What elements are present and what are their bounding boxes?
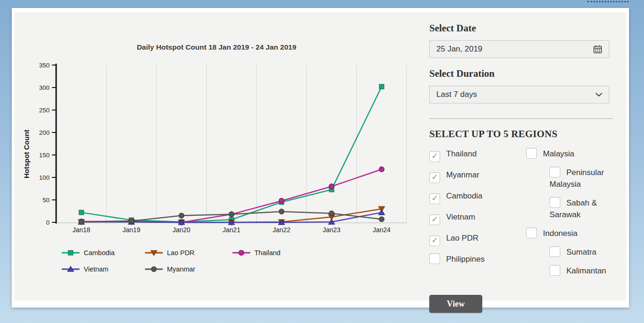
checkbox-lao-pdr-checked[interactable]: ✓ <box>429 235 440 246</box>
region-label: Cambodia <box>446 191 483 200</box>
data-point-myanmar-Jan22 <box>279 209 284 214</box>
legend-marker-thailand <box>239 250 244 256</box>
region-label: Vietnam <box>446 213 475 221</box>
calendar-icon[interactable] <box>593 44 602 54</box>
region-label: Lao PDR <box>446 234 478 242</box>
region-label: Indonesia <box>543 229 578 238</box>
line-chart-canvas: 050100150200250300350Jan18Jan19Jan20Jan2… <box>14 12 426 277</box>
regions-checkbox-group: ✓Thailand✓Myanmar✓Cambodia✓Vietnam✓Lao P… <box>429 148 616 284</box>
data-point-myanmar-Jan21 <box>229 212 234 217</box>
duration-value: Last 7 days <box>436 90 595 99</box>
data-point-vietnam-Jan24 <box>379 210 385 215</box>
y-tick-label: 350 <box>39 62 50 69</box>
regions-column-left: ✓Thailand✓Myanmar✓Cambodia✓Vietnam✓Lao P… <box>429 148 526 284</box>
x-tick-label: Jan21 <box>223 226 240 234</box>
x-tick-label: Jan18 <box>72 226 90 234</box>
y-axis-label: Hotspot Count <box>22 130 30 178</box>
region-label: Kalimantan <box>566 266 606 275</box>
date-value: 25 Jan, 2019 <box>436 44 593 54</box>
region-item-vietnam[interactable]: ✓Vietnam <box>429 211 526 225</box>
checkbox-philippines-unchecked[interactable] <box>429 253 440 264</box>
main-card: 050100150200250300350Jan18Jan19Jan20Jan2… <box>12 8 629 308</box>
legend-label: Thailand <box>254 249 281 257</box>
region-item-lao-pdr[interactable]: ✓Lao PDR <box>429 232 526 246</box>
data-point-cambodia-Jan18 <box>79 210 84 215</box>
legend-label: Vietnam <box>84 265 109 273</box>
x-tick-label: Jan23 <box>323 226 340 234</box>
data-point-myanmar-Jan24 <box>379 217 384 222</box>
x-tick-label: Jan22 <box>273 226 290 234</box>
region-item-sabah-sarawak[interactable]: Sabah & Sarawak <box>550 197 616 220</box>
region-item-sumatra[interactable]: Sumatra <box>550 246 616 258</box>
legend-item-myanmar: Myanmar <box>145 265 195 273</box>
y-tick-label: 200 <box>39 129 50 136</box>
legend-item-thailand: Thailand <box>232 249 281 257</box>
data-point-thailand-Jan22 <box>279 198 284 203</box>
region-item-peninsular-malaysia[interactable]: Peninsular Malaysia <box>550 167 616 190</box>
checkbox-kalimantan-unchecked[interactable] <box>550 265 560 276</box>
legend-marker-cambodia <box>68 250 73 255</box>
region-label: Sumatra <box>566 248 596 257</box>
data-point-cambodia-Jan24 <box>379 84 384 89</box>
y-tick-label: 300 <box>39 84 50 91</box>
y-tick-label: 250 <box>39 107 50 114</box>
top-dotted-divider <box>587 1 629 2</box>
chevron-down-icon <box>595 93 602 97</box>
series-line-cambodia <box>81 87 382 222</box>
sidebar-divider <box>429 118 613 119</box>
checkbox-cambodia-checked[interactable]: ✓ <box>429 193 440 204</box>
hotspot-chart: 050100150200250300350Jan18Jan19Jan20Jan2… <box>14 12 426 277</box>
y-tick-label: 50 <box>43 197 50 204</box>
view-button[interactable]: View <box>429 295 482 313</box>
select-date-heading: Select Date <box>429 22 616 34</box>
filter-sidebar: Select Date 25 Jan, 2019 <box>429 12 616 313</box>
regions-heading: SELECT UP TO 5 REGIONS <box>429 128 616 140</box>
legend-label: Lao PDR <box>167 249 195 257</box>
region-label: Malaysia <box>543 149 574 158</box>
data-point-myanmar-Jan23 <box>329 211 334 216</box>
data-point-thailand-Jan23 <box>329 184 334 189</box>
content-panel: 050100150200250300350Jan18Jan19Jan20Jan2… <box>14 12 626 301</box>
y-tick-label: 0 <box>46 219 50 226</box>
legend-item-vietnam: Vietnam <box>62 265 109 273</box>
region-label: Myanmar <box>446 170 479 179</box>
region-label: Thailand <box>446 149 477 158</box>
region-item-indonesia[interactable]: Indonesia <box>526 228 616 239</box>
y-tick-label: 150 <box>39 152 50 159</box>
legend-item-cambodia: Cambodia <box>62 249 115 257</box>
region-item-malaysia[interactable]: Malaysia <box>526 148 616 160</box>
x-tick-label: Jan19 <box>123 226 140 234</box>
series-cambodia <box>79 84 384 224</box>
legend-label: Myanmar <box>167 265 195 273</box>
region-item-thailand[interactable]: ✓Thailand <box>429 148 526 162</box>
region-label: Philippines <box>446 255 485 264</box>
data-point-myanmar-Jan19 <box>129 219 134 224</box>
y-tick-label: 100 <box>39 174 50 181</box>
checkbox-thailand-checked[interactable]: ✓ <box>429 151 440 162</box>
data-point-thailand-Jan24 <box>379 167 384 172</box>
region-item-kalimantan[interactable]: Kalimantan <box>550 265 616 277</box>
checkbox-malaysia-unchecked[interactable] <box>526 148 537 159</box>
select-duration-heading: Select Duration <box>429 68 616 80</box>
checkbox-peninsular-malaysia-unchecked[interactable] <box>550 167 560 177</box>
date-input[interactable]: 25 Jan, 2019 <box>429 40 609 58</box>
page-background: { "decor": { "dotted_line_color": "#2a4f… <box>0 0 644 323</box>
checkbox-myanmar-checked[interactable]: ✓ <box>429 172 440 183</box>
duration-select[interactable]: Last 7 days <box>429 86 609 103</box>
region-item-cambodia[interactable]: ✓Cambodia <box>429 190 526 204</box>
region-item-myanmar[interactable]: ✓Myanmar <box>429 169 526 183</box>
regions-column-right: MalaysiaPeninsular MalaysiaSabah & Saraw… <box>526 148 616 284</box>
legend-label: Cambodia <box>84 249 115 257</box>
region-item-philippines[interactable]: Philippines <box>429 253 526 265</box>
checkbox-sabah-sarawak-unchecked[interactable] <box>550 197 560 208</box>
legend-item-lao-pdr: Lao PDR <box>145 249 195 257</box>
data-point-myanmar-Jan20 <box>179 213 184 218</box>
data-point-myanmar-Jan18 <box>79 220 84 225</box>
x-tick-label: Jan20 <box>173 226 190 234</box>
checkbox-indonesia-unchecked[interactable] <box>526 228 537 238</box>
legend-marker-myanmar <box>152 267 157 272</box>
checkbox-sumatra-unchecked[interactable] <box>550 246 560 257</box>
checkbox-vietnam-checked[interactable]: ✓ <box>429 214 440 225</box>
x-tick-label: Jan24 <box>373 226 391 234</box>
chart-title: Daily Hotspot Count 18 Jan 2019 - 24 Jan… <box>137 43 297 51</box>
